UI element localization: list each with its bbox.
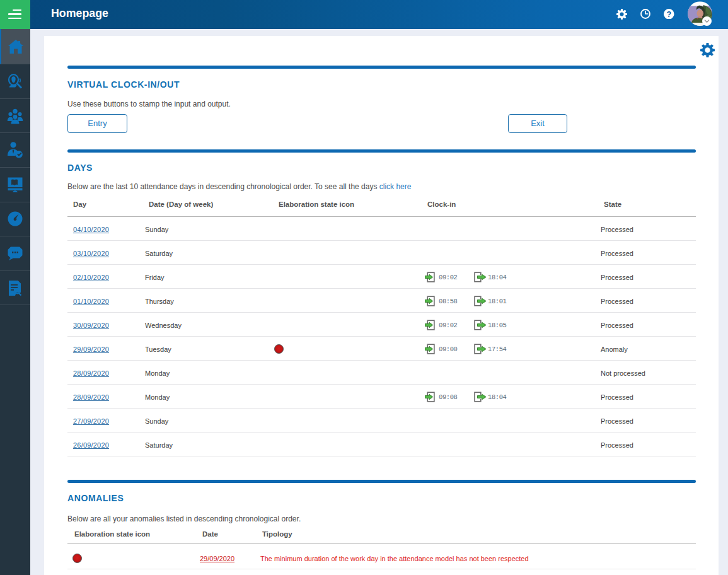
svg-text:?: ? bbox=[666, 9, 671, 18]
